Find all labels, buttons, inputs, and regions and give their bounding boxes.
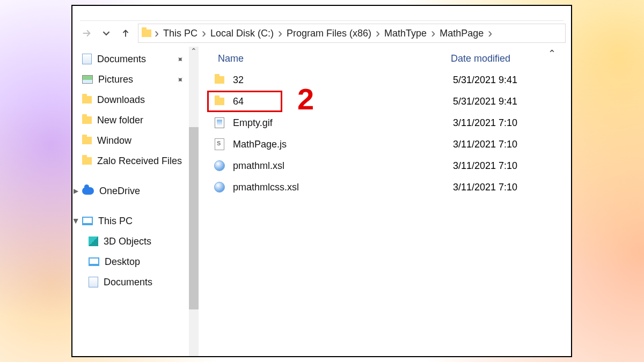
pictures-icon [82,75,93,84]
document-icon [89,277,98,287]
column-name[interactable]: Name [199,53,451,64]
file-row[interactable]: MathPage.js 3/11/2021 7:10 [199,134,571,155]
sidebar-item-documents2[interactable]: Documents [72,272,199,292]
chevron-down-icon[interactable]: ▶ [72,219,80,224]
sidebar-item-label: Documents [97,54,146,65]
file-list-pane: ⌃ Name Date modified 32 5/31/2021 9:41 6… [199,47,571,356]
file-row[interactable]: Empty.gif 3/11/2021 7:10 [199,112,571,134]
sidebar-item-downloads[interactable]: Downloads [72,90,199,110]
chevron-right-icon[interactable]: › [487,27,493,40]
sidebar-item-label: Pictures [98,74,133,85]
xsl-file-icon [214,182,225,193]
xsl-file-icon [214,160,225,171]
sidebar-item-documents[interactable]: Documents ✦ [72,49,199,69]
chevron-right-icon[interactable]: ▶ [74,187,78,195]
sidebar-item-label: Desktop [105,256,140,268]
pin-icon: ✦ [174,53,186,65]
breadcrumb-segment[interactable]: Local Disk (C:) [209,28,275,39]
chevron-right-icon[interactable]: › [430,27,436,40]
nav-back-icon[interactable] [78,27,96,39]
file-row[interactable]: pmathml.xsl 3/11/2021 7:10 [199,155,571,176]
folder-icon [82,137,92,144]
sidebar-item-label: Window [97,135,131,146]
sidebar-item-pictures[interactable]: Pictures ✦ [72,69,199,90]
image-file-icon [215,117,224,128]
address-bar-row: › This PC › Local Disk (C:) › Program Fi… [72,21,571,46]
folder-icon [142,29,151,37]
file-row[interactable]: pmathmlcss.xsl 3/11/2021 7:10 [199,176,571,198]
sidebar-item-label: New folder [97,115,143,126]
sidebar-item-onedrive[interactable]: ▶ OneDrive [72,181,199,201]
folder-icon [82,157,92,165]
onedrive-icon [82,187,94,195]
folder-icon [82,96,92,104]
sidebar-item-thispc[interactable]: ▶ This PC [72,211,199,231]
chevron-right-icon[interactable]: › [375,27,381,40]
file-date: 5/31/2021 9:41 [453,96,517,107]
breadcrumb-segment[interactable]: Program Files (x86) [286,28,372,39]
file-name: 64 [233,96,453,107]
file-name: MathPage.js [233,139,453,150]
chevron-right-icon[interactable]: › [201,27,207,40]
sidebar-item-label: Downloads [97,94,145,106]
file-row[interactable]: 32 5/31/2021 9:41 [199,69,571,91]
chevron-right-icon[interactable]: › [153,27,160,40]
file-date: 3/11/2021 7:10 [453,117,517,129]
ribbon-placeholder [80,6,564,21]
file-date: 3/11/2021 7:10 [453,182,517,193]
script-file-icon [215,138,224,150]
nav-up-icon[interactable] [116,27,135,39]
breadcrumb-bar[interactable]: › This PC › Local Disk (C:) › Program Fi… [138,24,566,43]
nav-history-dropdown-icon[interactable] [99,29,113,37]
pin-icon: ✦ [174,73,186,86]
cube-icon [89,237,98,246]
folder-icon [215,98,224,105]
file-name: pmathml.xsl [233,160,453,172]
file-row-highlighted[interactable]: 64 5/31/2021 9:41 2 [199,91,571,112]
nav-pane: ⌃ Documents ✦ Pictures ✦ Downloads [72,47,199,356]
explorer-window: › This PC › Local Disk (C:) › Program Fi… [71,5,572,357]
document-icon [82,54,92,64]
sidebar-item-label: Zalo Received Files [97,156,182,167]
file-date: 5/31/2021 9:41 [453,75,517,86]
sidebar-item-window[interactable]: Window [72,130,199,151]
desktop-icon [89,257,99,266]
file-date: 3/11/2021 7:10 [453,160,517,172]
sidebar-item-label: This PC [98,216,133,227]
sidebar-item-desktop[interactable]: Desktop [72,252,199,272]
column-headers: ⌃ Name Date modified [199,50,571,67]
annotation-number: 2 [297,84,314,114]
chevron-right-icon[interactable]: › [277,27,283,40]
file-name: pmathmlcss.xsl [233,182,453,193]
thispc-icon [82,217,93,225]
sidebar-item-label: 3D Objects [104,236,151,247]
breadcrumb-segment[interactable]: This PC [162,28,199,39]
folder-icon [215,76,224,84]
file-name: Empty.gif [233,117,453,129]
sidebar-item-zalo[interactable]: Zalo Received Files [72,151,199,171]
folder-icon [82,116,92,124]
sidebar-item-label: OneDrive [99,186,140,197]
sort-caret-icon[interactable]: ⌃ [548,48,556,60]
sidebar-item-label: Documents [104,277,152,288]
file-date: 3/11/2021 7:10 [453,139,517,150]
breadcrumb-segment[interactable]: MathType [383,28,428,39]
breadcrumb-segment[interactable]: MathPage [438,28,485,39]
sidebar-item-newfolder[interactable]: New folder [72,110,199,130]
sidebar-item-3dobjects[interactable]: 3D Objects [72,231,199,252]
file-name: 32 [233,75,453,86]
